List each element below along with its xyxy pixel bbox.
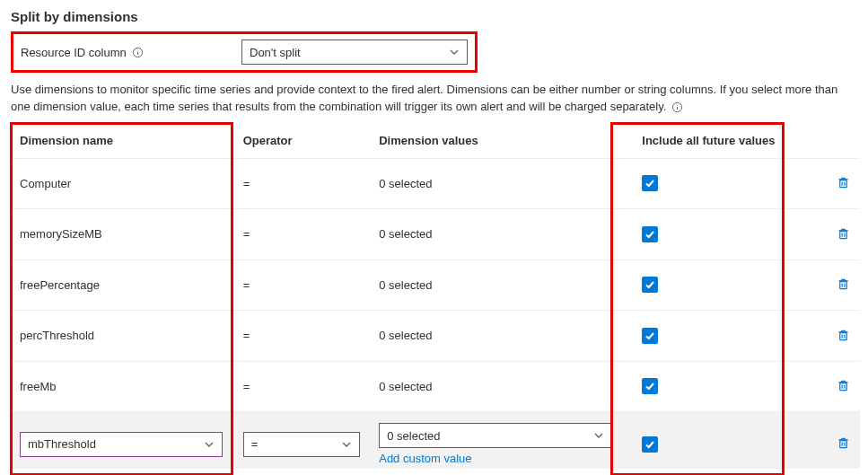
table-row: percThreshold=0 selected [11,311,860,362]
values-summary: 0 selected [379,329,432,342]
values-summary: 0 selected [379,177,432,190]
svg-rect-41 [839,441,846,448]
operator-value: = [243,278,250,292]
operator-value: = [243,329,250,342]
th-include: Include all future values [633,123,805,159]
chevron-down-icon [341,439,352,450]
th-values: Dimension values [370,123,633,159]
resource-id-selected: Don't split [250,46,301,59]
dimension-name-selected: mbThreshold [28,437,96,451]
svg-point-2 [137,49,138,50]
dimension-name: percThreshold [20,329,94,342]
table-row: freeMb=0 selected [11,361,860,412]
svg-rect-34 [839,383,846,391]
dimension-name-dropdown[interactable]: mbThreshold [20,432,223,457]
dimension-name: memorySizeMB [20,227,102,241]
chevron-down-icon [593,430,604,441]
include-checkbox[interactable] [642,378,658,394]
delete-button[interactable] [835,327,851,343]
th-name: Dimension name [11,123,234,159]
table-row: Computer=0 selected [11,158,860,209]
chevron-down-icon [449,47,460,57]
dimension-name: Computer [20,177,71,190]
include-checkbox[interactable] [642,175,658,191]
table-row-edit: mbThreshold = 0 selected Add custom valu… [11,412,860,470]
delete-button[interactable] [835,277,851,293]
operator-dropdown[interactable]: = [243,432,360,457]
delete-button[interactable] [835,435,851,452]
svg-rect-27 [839,332,846,339]
values-dropdown[interactable]: 0 selected [379,423,612,448]
add-custom-value-link[interactable]: Add custom value [379,448,624,465]
values-summary: 0 selected [379,380,432,393]
values-summary: 0 selected [379,227,432,241]
help-text: Use dimensions to monitor specific time … [11,82,855,116]
operator-selected: = [251,437,259,451]
chevron-down-icon [204,439,215,450]
svg-point-5 [677,104,678,105]
delete-button[interactable] [835,175,851,191]
delete-button[interactable] [835,225,851,242]
section-title: Split by dimensions [11,9,857,24]
operator-value: = [243,177,250,190]
svg-rect-20 [839,282,846,289]
values-summary: 0 selected [379,278,432,292]
dimension-name: freePercentage [20,278,100,292]
resource-id-row: Resource ID column Don't split [11,31,478,73]
svg-rect-6 [839,180,846,188]
delete-button[interactable] [835,378,851,394]
values-selected: 0 selected [387,429,440,443]
info-icon[interactable] [132,46,145,58]
operator-value: = [243,227,250,241]
svg-rect-13 [839,231,846,238]
th-actions [805,123,860,159]
dimensions-table: Dimension name Operator Dimension values… [11,123,860,470]
resource-id-label: Resource ID column [21,46,127,59]
include-checkbox[interactable] [642,436,658,453]
dimension-name: freeMb [20,380,56,393]
table-row: freePercentage=0 selected [11,259,860,311]
table-row: memorySizeMB=0 selected [11,209,860,260]
resource-id-dropdown[interactable]: Don't split [241,40,468,65]
info-icon[interactable] [671,101,684,113]
include-checkbox[interactable] [642,226,658,242]
include-checkbox[interactable] [642,277,658,293]
include-checkbox[interactable] [642,328,658,344]
operator-value: = [243,380,250,393]
th-operator: Operator [234,123,371,159]
